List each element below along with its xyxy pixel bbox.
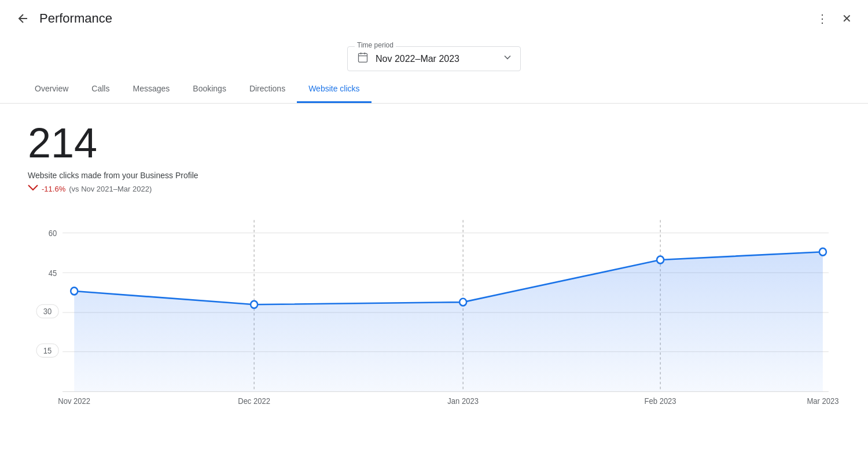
data-point-nov bbox=[71, 288, 78, 295]
time-period-container: Time period Nov 2022–Mar 2023 bbox=[0, 37, 868, 76]
back-button[interactable] bbox=[12, 7, 35, 30]
change-comparison: (vs Nov 2021–Mar 2022) bbox=[69, 185, 152, 193]
chart-container: 60 45 30 15 bbox=[28, 208, 840, 416]
tab-directions[interactable]: Directions bbox=[238, 76, 297, 103]
calendar-icon bbox=[357, 52, 369, 66]
svg-text:Feb 2023: Feb 2023 bbox=[645, 397, 676, 406]
svg-rect-0 bbox=[359, 53, 367, 62]
svg-text:Mar 2023: Mar 2023 bbox=[807, 397, 838, 406]
header-actions: ⋮ ✕ bbox=[812, 7, 856, 30]
change-percent: -11.6% bbox=[42, 185, 65, 193]
time-period-label: Time period bbox=[355, 41, 396, 49]
svg-text:30: 30 bbox=[43, 307, 52, 316]
tab-overview[interactable]: Overview bbox=[23, 76, 80, 103]
time-period-select[interactable]: Time period Nov 2022–Mar 2023 bbox=[347, 46, 521, 71]
more-button[interactable]: ⋮ bbox=[812, 7, 833, 30]
chart-svg: 60 45 30 15 bbox=[28, 208, 840, 416]
tab-calls[interactable]: Calls bbox=[80, 76, 121, 103]
metric-description: Website clicks made from your Business P… bbox=[28, 171, 840, 180]
tab-website-clicks[interactable]: Website clicks bbox=[297, 76, 371, 103]
metric-value: 214 bbox=[28, 122, 840, 164]
svg-text:45: 45 bbox=[49, 269, 57, 277]
data-point-feb bbox=[657, 256, 664, 264]
svg-text:Jan 2023: Jan 2023 bbox=[447, 397, 479, 406]
page-title: Performance bbox=[39, 11, 112, 26]
change-arrow-icon bbox=[28, 183, 38, 194]
data-point-dec bbox=[251, 301, 258, 308]
time-period-value: Nov 2022–Mar 2023 bbox=[376, 54, 492, 64]
header: Performance ⋮ ✕ bbox=[0, 0, 868, 37]
data-point-mar bbox=[819, 248, 826, 256]
data-point-jan bbox=[459, 299, 466, 306]
svg-text:15: 15 bbox=[43, 347, 52, 355]
svg-text:Dec 2022: Dec 2022 bbox=[238, 397, 270, 406]
dropdown-arrow-icon bbox=[502, 52, 513, 66]
tab-messages[interactable]: Messages bbox=[121, 76, 181, 103]
svg-text:Nov 2022: Nov 2022 bbox=[58, 397, 90, 406]
content-area: 214 Website clicks made from your Busine… bbox=[0, 104, 868, 435]
tabs-container: Overview Calls Messages Bookings Directi… bbox=[0, 76, 868, 104]
close-button[interactable]: ✕ bbox=[837, 7, 856, 30]
svg-text:60: 60 bbox=[49, 229, 57, 237]
metric-change: -11.6% (vs Nov 2021–Mar 2022) bbox=[28, 183, 840, 194]
tab-bookings[interactable]: Bookings bbox=[181, 76, 238, 103]
